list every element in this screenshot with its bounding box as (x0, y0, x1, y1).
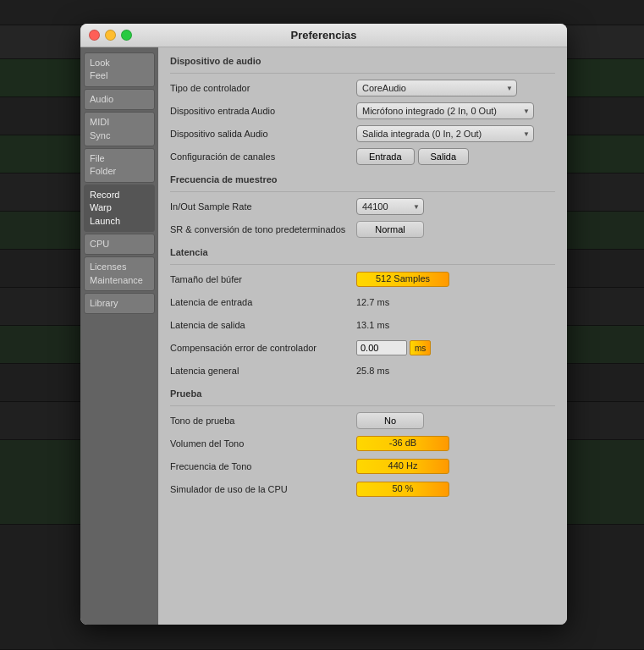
control-config-canales: Entrada Salida (356, 148, 555, 165)
sidebar-item-midi-sync[interactable]: MIDISync (84, 112, 155, 146)
maximize-button[interactable] (121, 30, 132, 41)
dropdown-wrap-sr: 44100 (356, 198, 424, 215)
row-tamano-buffer: Tamaño del búfer 512 Samples (170, 270, 555, 289)
row-volumen-tono: Volumen del Tono -36 dB (170, 434, 555, 453)
row-frecuencia-tono: Frecuencia de Tono 440 Hz (170, 457, 555, 476)
row-dispositivo-salida: Dispositivo salida Audio Salida integrad… (170, 124, 555, 143)
dropdown-tipo-controlador[interactable]: CoreAudio (356, 80, 517, 96)
preferences-modal: Preferencias LookFeel Audio MIDISync Fil… (80, 24, 567, 625)
label-compensacion-error: Compensación error de controlador (170, 343, 356, 353)
button-normal-sr[interactable]: Normal (356, 221, 424, 238)
row-tipo-controlador: Tipo de controlador CoreAudio (170, 79, 555, 97)
control-tono-prueba: No (356, 412, 555, 429)
divider-prueba (170, 405, 555, 406)
section-latencia: Latencia Tamaño del búfer 512 Samples La… (170, 247, 555, 380)
sidebar-item-cpu[interactable]: CPU (84, 234, 155, 255)
control-latencia-salida: 13.1 ms (356, 320, 555, 330)
row-simulador-cpu: Simulador de uso de la CPU 50 % (170, 480, 555, 499)
value-latencia-salida: 13.1 ms (356, 320, 389, 330)
sidebar: LookFeel Audio MIDISync FileFolder Recor… (80, 47, 158, 625)
value-latencia-general: 25.8 ms (356, 366, 389, 376)
button-entrada[interactable]: Entrada (356, 148, 415, 165)
control-tamano-buffer: 512 Samples (356, 272, 555, 287)
row-tono-prueba: Tono de prueba No (170, 411, 555, 430)
sidebar-item-library[interactable]: Library (84, 293, 155, 314)
button-tono-prueba[interactable]: No (356, 412, 424, 429)
dropdown-sample-rate[interactable]: 44100 (356, 198, 424, 215)
label-simulador-cpu: Simulador de uso de la CPU (170, 484, 356, 494)
label-tamano-buffer: Tamaño del búfer (170, 274, 356, 284)
label-latencia-general: Latencia general (170, 366, 356, 376)
row-dispositivo-entrada: Dispositivo entrada Audio Micrófono inte… (170, 102, 555, 120)
minimize-button[interactable] (105, 30, 116, 41)
label-tono-prueba: Tono de prueba (170, 416, 356, 426)
row-sr-conversion: SR & conversión de tono predeterminados … (170, 220, 555, 239)
section-prueba: Prueba Tono de prueba No Volumen del Ton… (170, 388, 555, 499)
title-bar: Preferencias (80, 24, 567, 47)
value-simulador-cpu[interactable]: 50 % (356, 482, 449, 497)
row-latencia-entrada: Latencia de entrada 12.7 ms (170, 293, 555, 311)
button-salida[interactable]: Salida (418, 148, 470, 165)
control-compensacion-error: ms (356, 340, 555, 355)
window-title: Preferencias (290, 29, 356, 41)
sidebar-item-record-warp-launch[interactable]: RecordWarpLaunch (84, 185, 155, 232)
control-latencia-entrada: 12.7 ms (356, 297, 555, 307)
control-simulador-cpu: 50 % (356, 482, 555, 497)
row-latencia-general: Latencia general 25.8 ms (170, 361, 555, 380)
section-title-prueba: Prueba (170, 388, 555, 400)
sidebar-item-licenses-maintenance[interactable]: LicensesMaintenance (84, 256, 155, 291)
dropdown-wrap-salida: Salida integrada (0 In, 2 Out) (356, 125, 534, 142)
label-inout-sample-rate: In/Out Sample Rate (170, 201, 356, 212)
value-tamano-buffer[interactable]: 512 Samples (356, 272, 449, 287)
control-volumen-tono: -36 dB (356, 436, 555, 451)
value-volumen-tono[interactable]: -36 dB (356, 436, 449, 451)
label-frecuencia-tono: Frecuencia de Tono (170, 461, 356, 471)
control-frecuencia-tono: 440 Hz (356, 459, 555, 474)
close-button[interactable] (89, 30, 100, 41)
label-config-canales: Configuración de canales (170, 151, 356, 162)
control-tipo-controlador: CoreAudio (356, 80, 555, 96)
section-title-latencia: Latencia (170, 247, 555, 259)
label-sr-conversion: SR & conversión de tono predeterminados (170, 224, 356, 234)
label-dispositivo-salida: Dispositivo salida Audio (170, 129, 356, 139)
input-compensacion-error[interactable] (356, 340, 407, 355)
content-area: Dispositivo de audio Tipo de controlador… (158, 47, 567, 625)
sidebar-item-file-folder[interactable]: FileFolder (84, 148, 155, 183)
divider-latencia (170, 264, 555, 265)
divider-frecuencia (170, 191, 555, 192)
control-latencia-general: 25.8 ms (356, 366, 555, 376)
control-dispositivo-entrada: Micrófono integrado (2 In, 0 Out) (356, 102, 555, 119)
dropdown-wrap-entrada: Micrófono integrado (2 In, 0 Out) (356, 102, 534, 119)
dropdown-dispositivo-entrada[interactable]: Micrófono integrado (2 In, 0 Out) (356, 102, 534, 119)
label-dispositivo-entrada: Dispositivo entrada Audio (170, 106, 356, 116)
control-sr-conversion: Normal (356, 221, 555, 238)
ms-tag-compensacion: ms (410, 340, 431, 355)
dropdown-wrap-tipo: CoreAudio (356, 80, 517, 96)
section-dispositivo-audio: Dispositivo de audio Tipo de controlador… (170, 56, 555, 166)
dropdown-dispositivo-salida[interactable]: Salida integrada (0 In, 2 Out) (356, 125, 534, 142)
section-title-frecuencia: Frecuencia de muestreo (170, 174, 555, 186)
value-latencia-entrada: 12.7 ms (356, 297, 389, 307)
label-tipo-controlador: Tipo de controlador (170, 83, 356, 93)
sidebar-item-audio[interactable]: Audio (84, 89, 155, 110)
row-compensacion-error: Compensación error de controlador ms (170, 339, 555, 357)
modal-body: LookFeel Audio MIDISync FileFolder Recor… (80, 47, 567, 625)
value-frecuencia-tono[interactable]: 440 Hz (356, 459, 449, 474)
control-dispositivo-salida: Salida integrada (0 In, 2 Out) (356, 125, 555, 142)
control-inout-sample-rate: 44100 (356, 198, 555, 215)
label-latencia-salida: Latencia de salida (170, 320, 356, 330)
section-title-audio: Dispositivo de audio (170, 56, 555, 68)
row-config-canales: Configuración de canales Entrada Salida (170, 147, 555, 166)
divider-audio (170, 73, 555, 74)
section-frecuencia-muestreo: Frecuencia de muestreo In/Out Sample Rat… (170, 174, 555, 239)
row-inout-sample-rate: In/Out Sample Rate 44100 (170, 197, 555, 216)
label-latencia-entrada: Latencia de entrada (170, 297, 356, 307)
row-latencia-salida: Latencia de salida 13.1 ms (170, 316, 555, 334)
label-volumen-tono: Volumen del Tono (170, 438, 356, 449)
sidebar-item-look-feel[interactable]: LookFeel (84, 52, 155, 87)
